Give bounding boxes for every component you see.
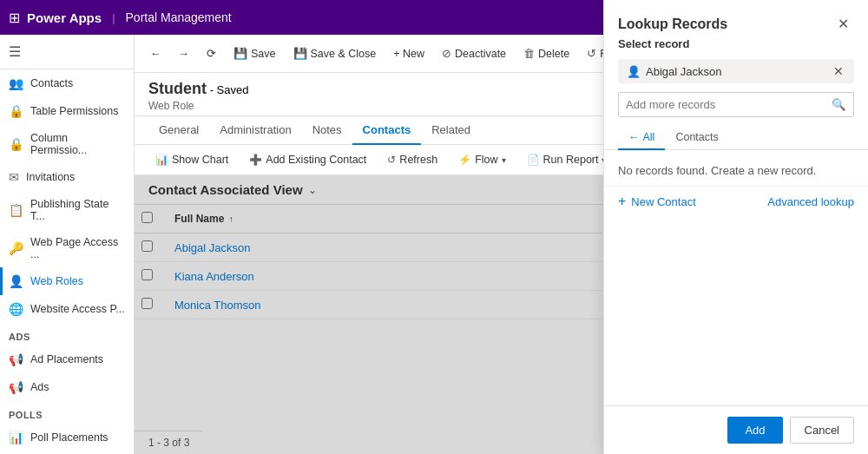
flow-label: Flow <box>475 154 497 166</box>
search-box: 🔍 <box>618 92 854 117</box>
row-checkbox[interactable] <box>141 240 153 252</box>
row-checkbox[interactable] <box>141 269 153 280</box>
sidebar-item-poll-placements[interactable]: 📊 Poll Placements <box>0 424 134 451</box>
nav-refresh-button[interactable]: ⟳ <box>200 43 223 63</box>
search-input[interactable] <box>619 93 825 116</box>
lookup-panel: Lookup Records ✕ Select record 👤 Abigal … <box>603 0 868 454</box>
lookup-title: Lookup Records <box>618 16 727 32</box>
sidebar-item-column-permissions[interactable]: 🔒 Column Permissio... <box>0 125 134 163</box>
sub-refresh-button[interactable]: ↺ Refresh <box>380 150 444 169</box>
sidebar-item-label: Column Permissio... <box>30 132 125 156</box>
tab-general[interactable]: General <box>148 116 209 145</box>
show-chart-button[interactable]: 📊 Show Chart <box>148 150 235 169</box>
add-button[interactable]: Add <box>727 417 782 444</box>
sidebar-item-label: Contacts <box>30 77 73 89</box>
new-contact-link[interactable]: New Contact <box>631 195 695 208</box>
sub-refresh-label: Refresh <box>399 154 437 166</box>
tab-administration[interactable]: Administration <box>209 116 301 145</box>
page-refresh-icon: ⟳ <box>207 47 216 60</box>
lookup-footer: Add Cancel <box>604 405 868 454</box>
sidebar-item-invitations[interactable]: ✉ Invitations <box>0 163 134 191</box>
save-label: Save <box>251 48 276 60</box>
tab-notes[interactable]: Notes <box>302 116 352 145</box>
view-chevron-icon[interactable]: ⌄ <box>308 184 317 196</box>
sidebar-item-label: Web Roles <box>30 275 83 287</box>
sidebar-item-label: Publishing State T... <box>30 198 125 222</box>
row-checkbox[interactable] <box>141 298 153 309</box>
add-contact-icon: ➕ <box>249 154 262 166</box>
deactivate-label: Deactivate <box>455 48 506 60</box>
ad-placements-icon: 📢 <box>9 352 23 366</box>
module-name: Portal Management <box>126 10 232 24</box>
remove-selected-button[interactable]: ✕ <box>832 64 845 78</box>
tab-related[interactable]: Related <box>421 116 481 145</box>
table-permissions-icon: 🔒 <box>9 104 23 118</box>
sidebar-item-label: Table Permissions <box>30 105 118 117</box>
row-checkbox-cell[interactable] <box>135 262 161 291</box>
web-page-access-icon: 🔑 <box>9 241 23 255</box>
filter-tab-all[interactable]: ← All <box>618 126 665 150</box>
lookup-title-bar: Lookup Records ✕ <box>604 0 868 37</box>
sidebar-item-label: Web Page Access ... <box>30 236 125 260</box>
remove-icon: ✕ <box>833 64 844 78</box>
main-layout: ☰ 👥 Contacts 🔒 Table Permissions 🔒 Colum… <box>0 35 868 454</box>
nav-back-button[interactable]: ← <box>143 44 168 63</box>
select-all-checkbox[interactable] <box>141 212 153 223</box>
run-report-button[interactable]: 📄 Run Report ▾ <box>520 150 614 169</box>
sidebar-item-contacts[interactable]: 👥 Contacts <box>0 69 134 97</box>
sort-indicator: ↑ <box>229 214 233 224</box>
save-icon: 💾 <box>233 47 247 60</box>
search-button[interactable]: 🔍 <box>825 93 853 116</box>
cancel-button[interactable]: Cancel <box>790 417 854 444</box>
table-footer: 1 - 3 of 3 <box>135 431 203 454</box>
add-existing-contact-label: Add Existing Contact <box>266 154 366 166</box>
grid-icon[interactable]: ⊞ <box>9 10 20 26</box>
tab-contacts[interactable]: Contacts <box>352 116 422 145</box>
sidebar-item-label: Poll Placements <box>30 431 108 444</box>
forward-icon: → <box>179 48 190 60</box>
add-existing-contact-button[interactable]: ➕ Add Existing Contact <box>242 150 373 169</box>
flow-button[interactable]: ⚡ Flow ▾ <box>451 150 512 169</box>
sidebar-item-ad-placements[interactable]: 📢 Ad Placements <box>0 345 134 373</box>
back-arrow-icon: ← <box>628 131 640 143</box>
sidebar-section-polls: Polls <box>0 401 134 424</box>
sidebar-item-ads[interactable]: 📢 Ads <box>0 373 134 401</box>
save-close-label: Save & Close <box>311 48 377 60</box>
new-button[interactable]: + New <box>386 44 431 63</box>
sidebar-item-publishing-state[interactable]: 📋 Publishing State T... <box>0 191 134 229</box>
deactivate-icon: ⊘ <box>442 47 451 60</box>
sidebar-item-web-roles[interactable]: 👤 Web Roles <box>0 267 134 295</box>
search-icon: 🔍 <box>832 98 846 111</box>
selected-record-icon: 👤 <box>627 65 641 78</box>
delete-label: Delete <box>538 48 569 60</box>
filter-tab-contacts-label: Contacts <box>675 131 718 143</box>
table-checkbox-header[interactable] <box>135 205 161 234</box>
sidebar-item-table-permissions[interactable]: 🔒 Table Permissions <box>0 97 134 125</box>
separator: | <box>112 11 115 24</box>
sidebar-collapse-icon[interactable]: ☰ <box>9 43 21 60</box>
delete-icon: 🗑 <box>523 47 535 60</box>
save-close-button[interactable]: 💾 Save & Close <box>286 43 384 63</box>
lookup-spacer <box>604 216 868 405</box>
delete-button[interactable]: 🗑 Delete <box>516 43 576 63</box>
record-title: Student <box>148 80 207 97</box>
filter-tab-contacts[interactable]: Contacts <box>665 126 728 150</box>
nav-forward-button[interactable]: → <box>172 44 197 63</box>
refresh-icon: ↺ <box>587 47 596 60</box>
sidebar-item-label: Ads <box>30 381 49 393</box>
save-button[interactable]: 💾 Save <box>227 43 283 63</box>
row-checkbox-cell[interactable] <box>135 291 161 319</box>
lookup-close-button[interactable]: ✕ <box>832 14 854 34</box>
run-report-label: Run Report <box>543 154 599 166</box>
selected-record-bar: 👤 Abigal Jackson ✕ <box>618 59 854 83</box>
show-chart-label: Show Chart <box>172 154 228 166</box>
record-saved-tag: - Saved <box>210 83 249 96</box>
deactivate-button[interactable]: ⊘ Deactivate <box>435 43 513 63</box>
sidebar-item-web-page-access[interactable]: 🔑 Web Page Access ... <box>0 229 134 267</box>
sidebar-item-website-access[interactable]: 🌐 Website Access P... <box>0 295 134 323</box>
back-icon: ← <box>150 48 161 60</box>
sidebar-item-label: Invitations <box>26 171 75 183</box>
row-checkbox-cell[interactable] <box>135 234 161 262</box>
lookup-subtitle: Select record <box>604 37 868 59</box>
advanced-lookup-link[interactable]: Advanced lookup <box>767 195 854 208</box>
